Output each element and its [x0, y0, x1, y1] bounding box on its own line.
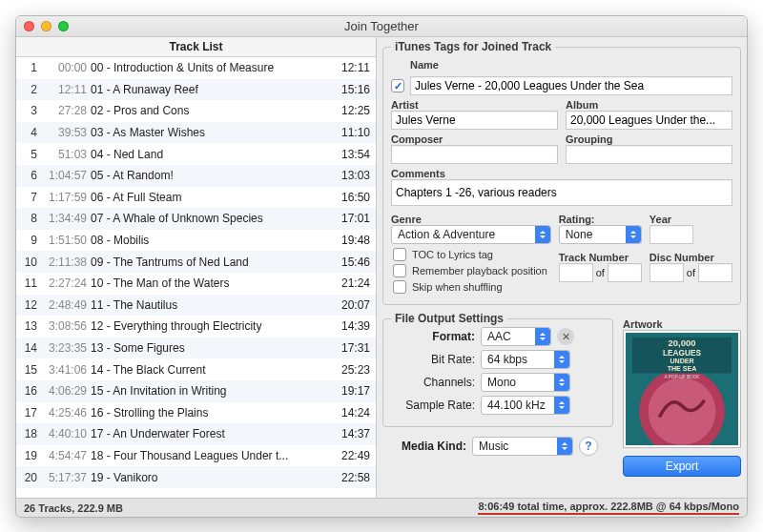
row-start: 3:08:56: [43, 319, 91, 333]
table-row[interactable]: 174:25:4616 - Strolling the Plains14:24: [16, 402, 376, 424]
toc-checkbox[interactable]: [393, 248, 406, 261]
of-label: of: [684, 267, 698, 278]
table-row[interactable]: 71:17:5906 - At Full Steam16:50: [16, 187, 376, 209]
table-row[interactable]: 100:0000 - Introduction & Units of Measu…: [16, 57, 376, 79]
row-start: 12:11: [43, 83, 91, 96]
x-icon: ✕: [562, 331, 570, 343]
artist-field[interactable]: [391, 111, 558, 130]
row-name: 07 - A Whale of Unknown Species: [91, 212, 326, 225]
export-button[interactable]: Export: [623, 456, 741, 477]
row-start: 2:27:24: [43, 276, 91, 290]
row-duration: 19:48: [326, 234, 372, 247]
format-value: AAC: [482, 330, 535, 343]
artwork-well[interactable]: 20,000 LEAGUES UNDER THE SEA A POP-UP BO…: [623, 330, 741, 448]
table-row[interactable]: 212:1101 - A Runaway Reef15:16: [16, 79, 376, 101]
clear-button[interactable]: ✕: [557, 328, 574, 345]
table-row[interactable]: 327:2802 - Pros and Cons12:25: [16, 100, 376, 122]
skip-checkbox[interactable]: [393, 280, 406, 294]
row-duration: 25:23: [326, 363, 372, 377]
help-button[interactable]: ?: [579, 437, 598, 456]
chevron-updown-icon: [557, 438, 572, 455]
composer-field[interactable]: [391, 145, 558, 164]
label-format: Format:: [391, 330, 475, 343]
album-field[interactable]: [566, 111, 732, 130]
status-bar: 26 Tracks, 222.9 MB 8:06:49 total time, …: [16, 498, 747, 517]
row-start: 3:23:35: [43, 341, 91, 355]
row-duration: 22:49: [326, 449, 372, 462]
row-name: 09 - The Tantrums of Ned Land: [91, 256, 326, 269]
table-row[interactable]: 205:17:3719 - Vanikoro22:58: [16, 466, 376, 488]
chevron-updown-icon: [535, 328, 550, 345]
label-rating: Rating:: [559, 214, 642, 225]
table-row[interactable]: 164:06:2915 - An Invitation in Writing19…: [16, 380, 376, 402]
row-index: 6: [22, 169, 43, 182]
chevron-updown-icon: [626, 226, 641, 243]
row-name: 04 - Ned Land: [91, 148, 326, 161]
table-row[interactable]: 194:54:4718 - Four Thousand Leagues Unde…: [16, 445, 376, 467]
table-row[interactable]: 184:40:1017 - An Underwater Forest14:37: [16, 423, 376, 445]
row-duration: 21:24: [326, 276, 372, 290]
tracklist-rows[interactable]: 100:0000 - Introduction & Units of Measu…: [16, 57, 376, 498]
export-label: Export: [666, 460, 699, 473]
row-index: 5: [22, 148, 43, 161]
comments-field[interactable]: [391, 179, 732, 206]
remember-checkbox[interactable]: [393, 264, 406, 277]
row-name: 08 - Mobilis: [91, 234, 326, 247]
row-index: 12: [22, 298, 43, 312]
label-artist: Artist: [391, 99, 558, 111]
tracktotal-field[interactable]: [608, 263, 642, 282]
table-row[interactable]: 153:41:0614 - The Black Current25:23: [16, 358, 376, 380]
table-row[interactable]: 133:08:5612 - Everything through Electri…: [16, 316, 376, 338]
label-bitrate: Bit Rate:: [391, 353, 475, 366]
svg-text:UNDER: UNDER: [670, 358, 693, 365]
bitrate-select[interactable]: 64 kbps: [481, 350, 570, 369]
row-start: 2:48:49: [43, 298, 91, 312]
row-duration: 17:31: [326, 341, 372, 355]
row-duration: 13:54: [326, 148, 372, 161]
table-row[interactable]: 81:34:4907 - A Whale of Unknown Species1…: [16, 208, 376, 230]
year-field[interactable]: [650, 225, 693, 244]
genre-select[interactable]: Action & Adventure: [391, 225, 551, 244]
zoom-icon[interactable]: [58, 21, 69, 31]
close-icon[interactable]: [24, 21, 34, 31]
mediakind-select[interactable]: Music: [472, 437, 573, 456]
table-row[interactable]: 143:23:3513 - Some Figures17:31: [16, 338, 376, 359]
row-name: 05 - At Random!: [91, 169, 326, 182]
table-row[interactable]: 439:5303 - As Master Wishes11:10: [16, 122, 376, 144]
label-discnum: Disc Number: [650, 252, 732, 263]
table-row[interactable]: 122:48:4911 - The Nautilus20:07: [16, 295, 376, 317]
row-start: 2:11:38: [43, 256, 91, 269]
table-row[interactable]: 551:0304 - Ned Land13:54: [16, 143, 376, 165]
svg-text:20,000: 20,000: [669, 338, 696, 348]
row-duration: 12:25: [326, 104, 372, 117]
channels-select[interactable]: Mono: [481, 373, 570, 392]
row-duration: 19:17: [326, 384, 372, 398]
name-field[interactable]: [410, 76, 732, 95]
row-index: 20: [22, 471, 43, 484]
row-index: 19: [22, 449, 43, 462]
label-album: Album: [566, 99, 732, 111]
table-row[interactable]: 61:04:5705 - At Random!13:03: [16, 165, 376, 187]
row-start: 39:53: [43, 126, 91, 139]
format-select[interactable]: AAC: [481, 327, 551, 346]
minimize-icon[interactable]: [41, 21, 52, 31]
disctotal-field[interactable]: [698, 263, 732, 282]
table-row[interactable]: 91:51:5008 - Mobilis19:48: [16, 230, 376, 252]
tracknum-field[interactable]: [559, 263, 593, 282]
samplerate-value: 44.100 kHz: [482, 399, 554, 412]
row-duration: 17:01: [326, 212, 372, 225]
row-start: 4:06:29: [43, 384, 91, 398]
name-checkbox[interactable]: [391, 79, 404, 92]
grouping-field[interactable]: [566, 145, 732, 164]
samplerate-select[interactable]: 44.100 kHz: [481, 396, 570, 415]
row-duration: 14:37: [326, 427, 372, 440]
rating-select[interactable]: None: [559, 225, 642, 244]
artwork-image: 20,000 LEAGUES UNDER THE SEA A POP-UP BO…: [626, 333, 738, 445]
label-composer: Composer: [391, 133, 558, 145]
discnum-field[interactable]: [650, 263, 684, 282]
table-row[interactable]: 102:11:3809 - The Tantrums of Ned Land15…: [16, 251, 376, 273]
table-row[interactable]: 112:27:2410 - The Man of the Waters21:24: [16, 273, 376, 295]
row-name: 10 - The Man of the Waters: [91, 276, 326, 290]
right-panel: iTunes Tags for Joined Track Name Artist…: [377, 37, 747, 498]
row-name: 13 - Some Figures: [91, 341, 326, 355]
